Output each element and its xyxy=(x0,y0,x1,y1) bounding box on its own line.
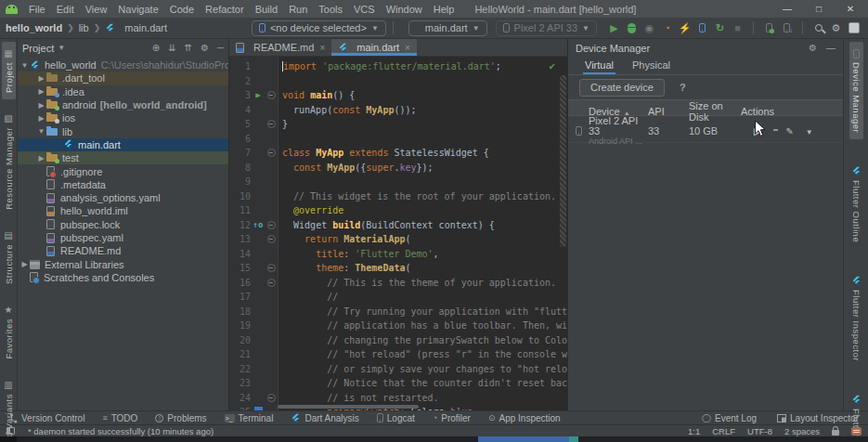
editor-tab-readme-md[interactable]: README.md× xyxy=(229,39,331,56)
tree-item-android[interactable]: ▶android[hello_world_android] xyxy=(18,98,228,111)
tree-item--gitignore[interactable]: .gitignore xyxy=(18,164,228,177)
tab-virtual[interactable]: Virtual xyxy=(576,57,623,74)
hot-reload-button[interactable]: ⚡ xyxy=(676,20,693,36)
chevron-right-icon[interactable]: ▶ xyxy=(36,87,46,96)
lock-icon[interactable] xyxy=(832,430,839,436)
tool-strip-button-device-manager[interactable]: Device Manager xyxy=(849,42,863,139)
chevron-down-icon[interactable]: ▼ xyxy=(19,61,30,70)
tool-window-button-problems[interactable]: !Problems xyxy=(155,413,206,423)
tree-item-main-dart[interactable]: main.dart xyxy=(18,138,228,151)
tool-window-button-logcat[interactable]: Logcat xyxy=(377,413,415,423)
menu-run[interactable]: Run xyxy=(283,4,313,15)
fold-icon[interactable]: − xyxy=(267,149,276,157)
code-line[interactable]: @override xyxy=(282,203,567,218)
tree-item-ios[interactable]: ▶ios xyxy=(18,111,228,124)
collapse-all-icon[interactable]: ⇈ xyxy=(185,43,192,53)
run-button[interactable]: ▶ xyxy=(605,20,623,36)
profiler-button[interactable]: ◔ xyxy=(658,20,676,36)
code-line[interactable]: // Try running your application with "fl… xyxy=(282,305,567,319)
device-selector-dropdown[interactable]: <no device selected> ▼ xyxy=(252,20,386,36)
profile-button[interactable]: ◉ xyxy=(641,20,658,36)
menu-edit[interactable]: Edit xyxy=(51,4,80,15)
attach-debugger-button[interactable] xyxy=(693,20,711,36)
tree-item-lib[interactable]: ▼lib xyxy=(18,124,228,137)
fold-icon[interactable]: − xyxy=(267,120,276,128)
layout-toggle-button[interactable] xyxy=(845,20,862,36)
tool-window-toggle-icon[interactable] xyxy=(6,427,15,435)
code-line[interactable]: // or simply save your changes to "hot r… xyxy=(282,362,567,377)
fold-icon[interactable]: − xyxy=(267,221,276,229)
code-line[interactable]: import 'package:flutter/material.dart'; xyxy=(282,59,567,74)
code-line[interactable]: // application has a blue toolbar. Then,… xyxy=(282,318,567,333)
hide-icon[interactable]: ─ xyxy=(217,43,224,53)
tool-strip-button-project[interactable]: ▦Project xyxy=(2,42,16,99)
menu-help[interactable]: Help xyxy=(428,4,460,15)
caret-position[interactable]: 1:1 xyxy=(688,426,700,436)
file-encoding[interactable]: UTF-8 xyxy=(747,426,772,436)
code-line[interactable] xyxy=(282,175,567,189)
tree-item-analysis-options-yaml[interactable]: analysis_options.yaml xyxy=(18,191,228,204)
hot-restart-button[interactable]: ↻ xyxy=(711,20,729,36)
code-line[interactable]: // is not restarted. xyxy=(282,391,567,406)
settings-icon[interactable]: ⚙ xyxy=(201,43,209,53)
tool-strip-button-flutter-inspector[interactable]: Flutter Inspector xyxy=(849,269,863,368)
maximize-button[interactable]: □ xyxy=(803,4,835,14)
device-row-pixel-2-api-33[interactable]: Pixel 2 API 33Android API ...3310 GB▶✎▼ xyxy=(568,116,843,143)
debug-button[interactable] xyxy=(623,20,641,36)
menu-navigate[interactable]: Navigate xyxy=(112,4,163,15)
tree-item--dart-tool[interactable]: ▶.dart_tool xyxy=(18,72,228,84)
more-device-button[interactable]: ▼ xyxy=(806,125,813,136)
tree-item-test[interactable]: ▶test xyxy=(18,151,228,164)
breadcrumb-item-hello-world[interactable]: hello_world xyxy=(6,22,62,33)
code-text[interactable]: import 'package:flutter/material.dart';v… xyxy=(279,57,567,410)
tool-window-button-version-control[interactable]: Version Control xyxy=(9,413,84,423)
expand-all-icon[interactable]: ⇊ xyxy=(168,43,175,53)
menu-refactor[interactable]: Refactor xyxy=(200,4,250,15)
chevron-down-icon[interactable]: ▼ xyxy=(58,44,65,52)
tool-window-button-profiler[interactable]: ◔Profiler xyxy=(433,413,471,423)
edit-device-button[interactable]: ✎ xyxy=(785,125,793,136)
tab-physical[interactable]: Physical xyxy=(623,57,680,74)
tool-window-button-layout-inspector[interactable]: Layout Inspector xyxy=(777,413,859,423)
breadcrumb-item-main-dart[interactable]: main.dart xyxy=(124,22,167,33)
menu-build[interactable]: Build xyxy=(250,4,283,15)
chevron-right-icon[interactable]: ▶ xyxy=(36,114,46,123)
tool-strip-button-resource-manager[interactable]: ▧Resource Manager xyxy=(2,107,16,216)
tree-item-external-libraries[interactable]: ▶External Libraries xyxy=(18,257,228,270)
tree-item--idea[interactable]: ▶.idea xyxy=(18,85,228,98)
running-devices-button[interactable] xyxy=(760,20,778,36)
chevron-right-icon[interactable]: ▶ xyxy=(36,101,46,110)
override-gutter-icon[interactable]: ↑o xyxy=(253,220,264,229)
code-line[interactable]: title: 'Flutter Demo', xyxy=(282,247,567,262)
chevron-right-icon[interactable]: ▶ xyxy=(36,74,46,83)
code-line[interactable]: class MyApp extends StatelessWidget { xyxy=(282,146,567,161)
run-configuration-dropdown[interactable]: main.dart ▼ xyxy=(408,20,487,36)
locate-icon[interactable]: ⊕ xyxy=(152,43,160,53)
chevron-down-icon[interactable]: ▼ xyxy=(36,127,46,136)
menu-code[interactable]: Code xyxy=(164,4,200,15)
chevron-right-icon[interactable]: ▶ xyxy=(19,260,30,268)
code-line[interactable]: // This widget is the root of your appli… xyxy=(282,189,567,204)
tree-item-scratches-and-consoles[interactable]: Scratches and Consoles xyxy=(18,271,228,284)
tree-item--metadata[interactable]: .metadata xyxy=(18,178,228,191)
tool-strip-button-structure[interactable]: ▤Structure xyxy=(2,224,16,291)
vertical-scrollbar[interactable] xyxy=(560,75,566,247)
notification-icon[interactable] xyxy=(851,427,862,436)
chevron-right-icon[interactable]: ▶ xyxy=(36,154,46,162)
hide-icon[interactable]: — xyxy=(826,43,836,53)
gear-icon[interactable]: ⚙ xyxy=(809,43,817,53)
code-line[interactable]: } xyxy=(282,117,567,132)
settings-button[interactable]: ⚙ xyxy=(827,20,845,36)
search-everywhere-button[interactable] xyxy=(810,20,827,36)
tree-item-hello-world[interactable]: ▼hello_worldC:\Users\shahidur\StudioProj… xyxy=(18,58,228,72)
fold-icon[interactable]: − xyxy=(267,279,276,287)
menu-view[interactable]: View xyxy=(80,4,113,15)
indent-setting[interactable]: 2 spaces xyxy=(784,426,820,436)
code-line[interactable]: Widget build(BuildContext context) { xyxy=(282,218,567,233)
code-line[interactable]: theme: ThemeData( xyxy=(282,261,567,276)
inspection-ok-icon[interactable]: ✔ xyxy=(549,59,555,74)
menu-tools[interactable]: Tools xyxy=(313,4,348,15)
menu-window[interactable]: Window xyxy=(381,4,428,15)
tool-window-button-app-inspection[interactable]: ⊙App Inspection xyxy=(488,413,561,423)
tool-window-button-event-log[interactable]: ◯Event Log xyxy=(702,413,757,423)
